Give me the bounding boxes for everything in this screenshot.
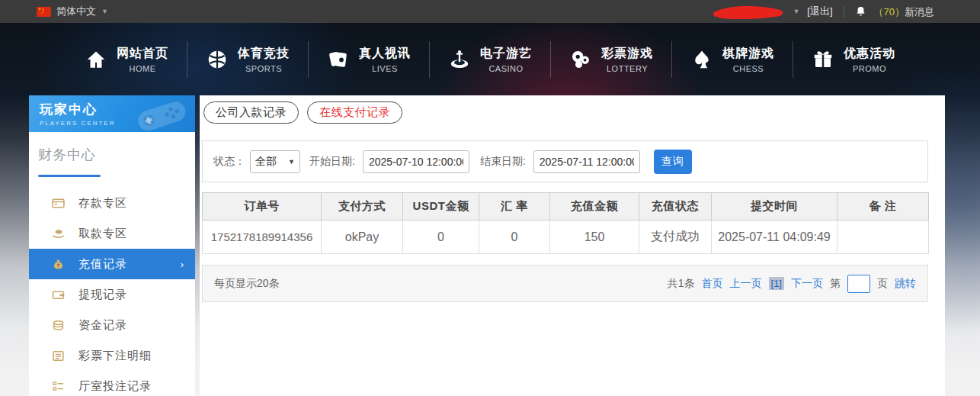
sidebar-item-label: 提现记录 [78, 288, 127, 302]
cell-submit-time: 2025-07-11 04:09:49 [712, 221, 837, 254]
sidebar-item-fund-records[interactable]: 资金记录 [29, 310, 195, 340]
nav-item-casino[interactable]: 电子游艺CASINO [430, 46, 550, 73]
nav-item-home[interactable]: 网站首页HOME [66, 46, 187, 73]
next-page-link[interactable]: 下一页 [791, 277, 823, 291]
cell-usdt-amount: 0 [403, 221, 479, 254]
current-page-indicator: [1] [769, 277, 784, 290]
nav-label-zh: 体育竞技 [238, 46, 290, 62]
cell-recharge-status: 支付成功 [639, 221, 712, 254]
nav-label-en: LOTTERY [601, 64, 653, 73]
roulette-icon [448, 48, 471, 71]
nav-label-en: LIVES [359, 64, 411, 73]
start-date-input[interactable] [363, 150, 469, 173]
sidebar-menu: 存款专区 取款专区 充值记录 › 提现记录 资金记录 彩票下注明细 [29, 188, 195, 396]
jump-prefix-label: 第 [830, 277, 841, 291]
sidebar: 玩家中心 PLAYERS CENTER 财务中心 存款专区 取款专区 [29, 95, 195, 396]
bell-icon[interactable] [855, 5, 866, 18]
spade-icon [690, 48, 713, 71]
tab-company-deposit-records[interactable]: 公司入款记录 [203, 101, 299, 124]
message-label: 新消息 [905, 6, 934, 18]
filter-bar: 状态： 全部 ▼ 开始日期: 结束日期: 查询 [202, 140, 928, 182]
cell-order-number: 1752178189914356 [203, 221, 322, 254]
new-messages[interactable]: （70）新消息 [874, 5, 934, 19]
nav-label-zh: 棋牌游戏 [722, 46, 774, 62]
first-page-link[interactable]: 首页 [702, 277, 723, 291]
end-date-label: 结束日期: [480, 155, 526, 169]
nav-label-en: CHESS [722, 64, 774, 73]
cell-remarks [837, 221, 929, 254]
col-remarks: 备 注 [837, 193, 929, 221]
redacted-username-scribble [710, 6, 785, 19]
page-size-text: 每页显示20条 [214, 277, 280, 291]
sidebar-item-label: 取款专区 [78, 227, 127, 241]
page: 简体中文 ▼ ▼ [退出] （70）新消息 网站首页HOME 体育竞技SPORT… [0, 0, 980, 396]
message-count: （70） [874, 6, 905, 18]
nav-label-en: CASINO [480, 64, 532, 73]
sidebar-item-deposit[interactable]: 存款专区 [29, 188, 195, 218]
wallet-icon [52, 288, 65, 301]
user-menu-chevron-icon[interactable]: ▼ [793, 8, 799, 15]
gift-icon [812, 48, 834, 71]
sidebar-item-hall-bet-records[interactable]: 厅室投注记录 [29, 371, 195, 396]
home-icon [85, 48, 107, 71]
jump-button[interactable]: 跳转 [895, 277, 916, 291]
nav-item-lottery[interactable]: 彩票游戏LOTTERY [551, 46, 671, 73]
document-lines-icon [52, 349, 65, 362]
query-button[interactable]: 查询 [654, 150, 692, 174]
nav-label-zh: 优惠活动 [844, 46, 895, 62]
pagination-bar: 每页显示20条 共1条 首页 上一页 [1] 下一页 第 页 跳转 [202, 265, 928, 302]
deposit-card-icon [52, 197, 65, 210]
nav-label-en: PROMO [844, 64, 895, 73]
china-flag-icon [37, 7, 51, 17]
finance-center-title: 财务中心 [38, 146, 184, 175]
col-payment-method: 支付方式 [322, 193, 403, 221]
logout-button[interactable]: [退出] [807, 5, 832, 18]
col-usdt-amount: USDT金额 [403, 193, 479, 221]
tab-online-payment-records[interactable]: 在线支付记录 [307, 101, 402, 124]
nav-item-lives[interactable]: 真人视讯LIVES [309, 46, 429, 73]
page-jump-input[interactable] [847, 275, 870, 293]
sidebar-item-label: 充值记录 [78, 257, 127, 272]
sports-ball-icon [206, 48, 229, 71]
col-exchange-rate: 汇 率 [479, 193, 550, 221]
sidebar-item-recharge-records[interactable]: 充值记录 › [29, 249, 195, 279]
divider [844, 6, 844, 18]
table-row: 1752178189914356 okPay 0 0 150 支付成功 2025… [203, 221, 929, 254]
sidebar-item-withdraw[interactable]: 取款专区 [29, 218, 195, 249]
status-selected-value: 全部 [255, 155, 277, 169]
nav-label-en: HOME [117, 64, 168, 73]
sidebar-item-label: 资金记录 [78, 318, 127, 333]
main-navigation: 网站首页HOME 体育竞技SPORTS 真人视讯LIVES 电子游艺CASINO… [0, 23, 980, 95]
prev-page-link[interactable]: 上一页 [730, 277, 762, 291]
nav-item-chess[interactable]: 棋牌游戏CHESS [672, 46, 793, 73]
col-order-number: 订单号 [203, 193, 322, 221]
chevron-down-icon: ▼ [288, 158, 295, 166]
nav-item-promo[interactable]: 优惠活动PROMO [793, 46, 914, 73]
top-utility-bar: 简体中文 ▼ ▼ [退出] （70）新消息 [0, 0, 980, 23]
chevron-right-icon: › [181, 259, 184, 270]
language-selector[interactable]: 简体中文 ▼ [37, 5, 108, 18]
sidebar-item-withdrawal-records[interactable]: 提现记录 [29, 279, 195, 310]
nav-item-sports[interactable]: 体育竞技SPORTS [187, 46, 308, 73]
section-underline [38, 175, 101, 177]
lottery-balls-icon [569, 48, 592, 71]
chevron-down-icon: ▼ [101, 8, 108, 15]
table-header-row: 订单号 支付方式 USDT金额 汇 率 充值金额 充值状态 提交时间 备 注 [203, 193, 929, 221]
col-recharge-amount: 充值金额 [550, 193, 639, 221]
finance-center-section: 财务中心 [29, 132, 195, 177]
nav-label-zh: 网站首页 [117, 46, 168, 62]
coins-icon [52, 319, 65, 332]
status-select[interactable]: 全部 ▼ [250, 150, 300, 173]
col-recharge-status: 充值状态 [639, 193, 712, 221]
main-content: 公司入款记录 在线支付记录 状态： 全部 ▼ 开始日期: 结束日期: 查询 订单… [200, 95, 945, 396]
total-count-text: 共1条 [668, 277, 695, 291]
cell-recharge-amount: 150 [550, 221, 639, 254]
nav-label-en: SPORTS [238, 64, 290, 73]
nav-label-zh: 真人视讯 [359, 46, 411, 62]
nav-label-zh: 彩票游戏 [601, 46, 653, 62]
cell-exchange-rate: 0 [479, 221, 550, 254]
end-date-input[interactable] [533, 150, 640, 173]
cell-payment-method: okPay [322, 221, 403, 254]
list-items-icon [52, 380, 65, 393]
sidebar-item-lottery-bet-detail[interactable]: 彩票下注明细 [29, 340, 195, 371]
